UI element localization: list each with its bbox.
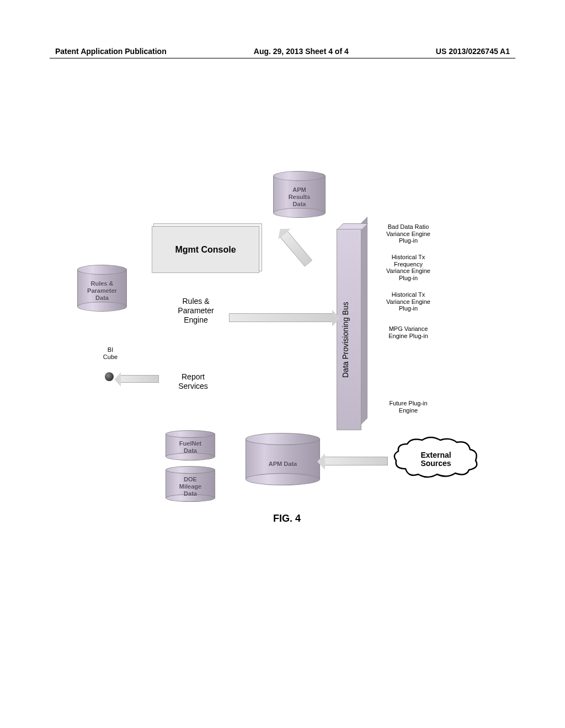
doe-label: DOEMileageData <box>166 466 215 498</box>
bi-cube-icon <box>105 372 114 381</box>
header-left: Patent Application Publication <box>55 47 167 56</box>
report-services-label: ReportServices <box>166 372 221 391</box>
cylinder-apm-results: APMResultsData <box>273 171 326 218</box>
plugin-historical-tx-frequency: Historical TxFrequencyVariance EnginePlu… <box>378 254 439 282</box>
external-sources-label: ExternalSources <box>392 451 480 468</box>
bi-cube-label: BICube <box>97 346 124 361</box>
plugin-bad-data-ratio: Bad Data RatioVariance EnginePlug-in <box>378 223 439 244</box>
arrow-external-to-apm <box>324 457 388 465</box>
header-rule <box>50 58 515 58</box>
header-right: US 2013/0226745 A1 <box>436 47 510 56</box>
plugin-mpg-variance: MPG VarianceEngine Plug-in <box>378 325 439 339</box>
cylinder-apm-data: APM Data <box>246 433 320 485</box>
arrow-report-to-bi <box>120 375 159 383</box>
rules-param-data-label: Rules &ParameterData <box>77 265 127 302</box>
external-sources-cloud: ExternalSources <box>392 436 480 480</box>
header-center: Aug. 29, 2013 Sheet 4 of 4 <box>254 47 349 56</box>
mgmt-console-box: Mgmt Console <box>152 226 259 273</box>
cylinder-doe: DOEMileageData <box>166 466 215 502</box>
arrow-bus-to-results <box>280 231 312 266</box>
plugin-future: Future Plug-inEngine <box>378 400 439 414</box>
bus-label: Data Provisioning Bus <box>341 267 350 378</box>
figure-label: FIG. 4 <box>273 513 301 524</box>
apm-data-label: APM Data <box>246 433 320 468</box>
cylinder-fuelnet: FuelNetData <box>166 430 215 461</box>
cylinder-rules-param-data: Rules &ParameterData <box>77 265 127 312</box>
rules-param-engine-label: Rules &ParameterEngine <box>166 297 226 324</box>
plugin-historical-tx: Historical TxVariance EnginePlug-in <box>378 291 439 312</box>
data-provisioning-bus: Data Provisioning Bus <box>337 223 367 430</box>
mgmt-console-label: Mgmt Console <box>175 245 236 255</box>
arrow-rules-engine-to-bus <box>229 313 333 322</box>
apm-results-label: APMResultsData <box>273 171 326 208</box>
figure-diagram: APMResultsData Mgmt Console Rules &Param… <box>55 154 508 552</box>
fuelnet-label: FuelNetData <box>166 430 215 454</box>
